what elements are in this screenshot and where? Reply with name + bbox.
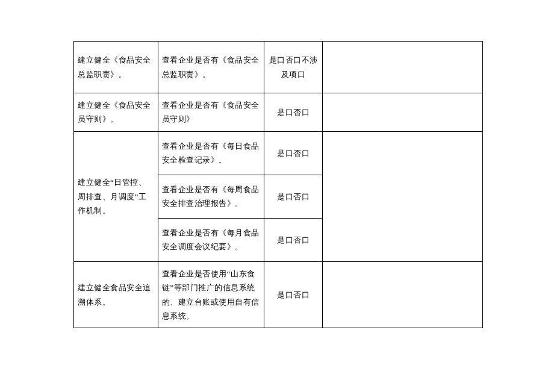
cell-result: 是口否口 — [264, 131, 323, 175]
cell-result: 是口否口不涉及项口 — [264, 42, 323, 93]
cell-result: 是口否口 — [264, 261, 323, 328]
cell-check: 查看企业是否有《食品安全总监职责》。 — [158, 42, 264, 93]
cell-requirement: 建立健全《食品安全总监职责》。 — [74, 42, 158, 93]
cell-remark — [323, 261, 483, 328]
table-row: 建立健全《食品安全员守则》。 查看企业是否有《食品安全员守则》 是口否口 — [74, 93, 483, 132]
cell-remark — [323, 42, 483, 93]
cell-check: 查看企业是否有《每月食品安全调度会议纪要》。 — [158, 218, 264, 261]
cell-requirement: 建立健全“日管控、周排查、月调度”工作机制。 — [74, 131, 158, 261]
cell-requirement: 建立健全《食品安全员守则》。 — [74, 93, 158, 132]
cell-result: 是口否口 — [264, 175, 323, 218]
cell-check: 查看企业是否使用“山东食链”等部门推广的信息系统的、建立台账或使用自有信息系统。 — [158, 261, 264, 328]
table-row: 建立健全食品安全追溯体系。 查看企业是否使用“山东食链”等部门推广的信息系统的、… — [74, 261, 483, 328]
cell-result: 是口否口 — [264, 93, 323, 132]
inspection-table: 建立健全《食品安全总监职责》。 查看企业是否有《食品安全总监职责》。 是口否口不… — [73, 41, 483, 328]
cell-check: 查看企业是否有《食品安全员守则》 — [158, 93, 264, 132]
cell-remark — [323, 93, 483, 132]
cell-check: 查看企业是否有《每日食品安全检查记录》。 — [158, 131, 264, 175]
table-row: 建立健全“日管控、周排查、月调度”工作机制。 查看企业是否有《每日食品安全检查记… — [74, 131, 483, 175]
cell-check: 查看企业是否有《每周食品安全排查治理报告》。 — [158, 175, 264, 218]
table-row: 建立健全《食品安全总监职责》。 查看企业是否有《食品安全总监职责》。 是口否口不… — [74, 42, 483, 93]
cell-result: 是口否口 — [264, 218, 323, 261]
inspection-table-wrap: 建立健全《食品安全总监职责》。 查看企业是否有《食品安全总监职责》。 是口否口不… — [73, 41, 483, 328]
cell-requirement: 建立健全食品安全追溯体系。 — [74, 261, 158, 328]
cell-remark — [323, 131, 483, 261]
